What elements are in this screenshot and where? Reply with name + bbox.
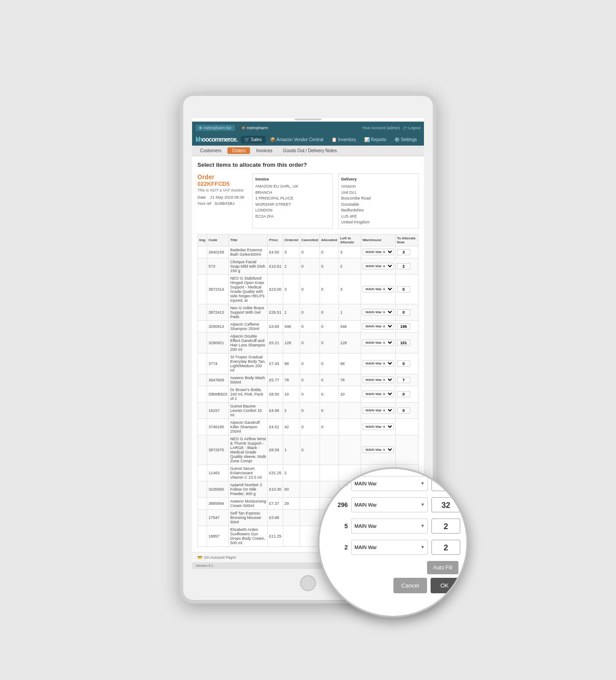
cancel-button[interactable]: Cancel xyxy=(393,578,427,593)
mag-alloc-input-3[interactable]: 2 xyxy=(431,519,460,534)
sub-nav-goods-out[interactable]: Goods Out / Delivery Notes xyxy=(279,147,342,154)
col-title: Title xyxy=(229,234,268,246)
warehouse-select-10[interactable]: MAIN War ∨ xyxy=(362,423,394,430)
cell-code-2: 3872314 xyxy=(207,274,229,304)
warehouse-select-8[interactable]: MAIN War ∨ xyxy=(362,391,394,397)
sub-nav-orders[interactable]: Orders xyxy=(227,147,250,154)
table-header-row: Img Code Title Price Ordered Cancelled A… xyxy=(198,234,419,246)
mag-qty-2: 296 xyxy=(326,501,348,508)
allocate-input-7[interactable] xyxy=(397,377,410,383)
cell-title-3: Neo G Ankle Brace Support With Gel Pads xyxy=(229,304,268,320)
cell-title-8: Dr Brown's Bottle, 240 ml, Pink, Pack of… xyxy=(229,386,268,402)
warehouse-select-4[interactable]: MAIN War ∨ xyxy=(362,323,394,330)
warehouse-select-3[interactable]: MAIN War ∨ xyxy=(362,309,394,315)
col-price: Price xyxy=(268,234,283,246)
allocate-input-9[interactable] xyxy=(397,407,410,414)
cell-allocated-11 xyxy=(320,435,339,465)
cell-cancelled-14 xyxy=(300,497,320,509)
allocate-input-0[interactable] xyxy=(397,249,410,255)
mag-alloc-input-2[interactable]: 32 xyxy=(431,497,460,512)
nav-inventory[interactable]: 📋 Inventory xyxy=(328,136,360,143)
cell-code-6: 3774 xyxy=(207,353,229,374)
dialog-buttons: Cancel OK xyxy=(326,578,460,593)
warehouse-select-2[interactable]: MAIN War ∨ xyxy=(362,286,394,292)
cell-title-12: Guinot Serum Eclaircissant Vitamin C 23.… xyxy=(229,465,268,481)
allocate-input-3[interactable] xyxy=(397,309,410,315)
order-label: Order xyxy=(197,173,214,181)
amazon-icon: 📦 xyxy=(270,137,275,142)
warehouse-select-5[interactable]: MAIN War ∨ xyxy=(362,339,394,346)
col-ordered: Ordered xyxy=(283,234,300,246)
allocate-input-6[interactable] xyxy=(397,361,410,367)
cell-title-15: Self Tan Express Bronzing Mousse 50ml xyxy=(229,509,268,526)
table-row: 3872413 Neo G Ankle Brace Support With G… xyxy=(198,304,419,320)
cell-ordered-9: 2 xyxy=(283,402,300,419)
delivery-label: Delivery xyxy=(341,177,416,183)
mag-warehouse-select-3[interactable]: MAIN War ▼ xyxy=(351,519,428,534)
cell-img-7 xyxy=(198,374,207,386)
warehouse-select-11[interactable]: MAIN War ∨ xyxy=(362,446,394,453)
allocate-input-5[interactable] xyxy=(397,340,410,346)
cell-cancelled-9: 0 xyxy=(300,402,320,419)
tab2-label: metropharm xyxy=(246,126,268,130)
warehouse-select-1[interactable]: MAIN War ∨ xyxy=(362,263,394,269)
mag-alloc-input-4[interactable]: 2 xyxy=(431,540,460,555)
warehouse-select-6[interactable]: MAIN War ∨ xyxy=(362,360,394,367)
cell-code-9: 16157 xyxy=(207,402,229,419)
table-row: 3746195 Alpecin Dandruff Killer Shampoo … xyxy=(198,419,419,435)
cell-allocated-3: 0 xyxy=(320,304,339,320)
nav-amazon[interactable]: 📦 Amazon Vendor Central xyxy=(266,136,327,143)
cell-title-11: NEO G Airflow Wrist & Thumb Support - LA… xyxy=(229,435,268,465)
logout-link[interactable]: (+ Logout xyxy=(404,126,420,130)
cell-left-7: 78 xyxy=(339,374,361,386)
cell-price-7: £5.77 xyxy=(268,374,283,386)
cell-title-6: St Tropez Gradual Everyday Body Tan, Lig… xyxy=(229,353,268,374)
allocate-input-4[interactable] xyxy=(397,323,410,330)
nav-settings[interactable]: ⚙️ Settings xyxy=(391,136,420,143)
cell-img-15 xyxy=(198,509,207,526)
cell-warehouse-6: MAIN War ∨ xyxy=(361,353,396,374)
cell-img-1 xyxy=(198,258,207,274)
warehouse-select-7[interactable]: MAIN War ∨ xyxy=(362,376,394,383)
cell-left-2: 3 xyxy=(339,274,361,304)
sub-nav-customers[interactable]: Customers xyxy=(196,147,226,154)
cell-code-7: 3647609 xyxy=(207,374,229,386)
payment-icon: 💳 xyxy=(197,555,202,560)
cell-allocated-12 xyxy=(320,465,339,481)
sub-nav-invoices[interactable]: Invoices xyxy=(252,147,277,154)
cell-allocated-5: 0 xyxy=(320,332,339,353)
cell-allocate-6 xyxy=(396,353,419,374)
nav-reports[interactable]: 📊 Reports xyxy=(361,136,390,143)
ok-button[interactable]: OK xyxy=(431,578,458,593)
cell-price-16: £11.25 xyxy=(268,526,283,546)
allocate-input-8[interactable] xyxy=(397,391,410,397)
cell-title-10: Alpecin Dandruff Killer Shampoo 250ml xyxy=(229,419,268,435)
allocate-input-1[interactable] xyxy=(397,263,410,269)
mag-warehouse-select-4[interactable]: MAIN War ▼ xyxy=(351,540,428,555)
cell-title-7: Aveeno Body Wash 500ml xyxy=(229,374,268,386)
cell-allocated-7: 0 xyxy=(320,374,339,386)
cell-code-3: 3872413 xyxy=(207,304,229,320)
mag-warehouse-select-1[interactable]: MAIN War ▼ xyxy=(351,476,428,491)
allocate-input-2[interactable] xyxy=(397,286,410,292)
chevron-down-icon-4: ▼ xyxy=(420,545,425,549)
main-menu-bar: khoocommerce. 🛒 Sales 📦 Amazon Vendor Ce… xyxy=(192,134,424,146)
cell-cancelled-3: 0 xyxy=(300,304,320,320)
cell-price-15: £3.68 xyxy=(268,509,283,526)
browser-tab-1[interactable]: metropharm-biz xyxy=(196,125,235,131)
browser-tab-2[interactable]: metropharm xyxy=(239,125,272,131)
warehouse-select-9[interactable]: MAIN War ∨ xyxy=(362,407,394,414)
nav-sales[interactable]: 🛒 Sales xyxy=(241,136,266,143)
warehouse-select-0[interactable]: MAIN War ∨ xyxy=(362,249,394,255)
cell-ordered-12: 2 xyxy=(283,465,300,481)
home-button[interactable] xyxy=(300,575,316,591)
cell-cancelled-0: 0 xyxy=(300,246,320,258)
auto-fill-button[interactable]: Auto Fill xyxy=(427,561,458,574)
mag-warehouse-select-2[interactable]: MAIN War ▼ xyxy=(351,497,428,512)
nav-reports-label: Reports xyxy=(371,137,386,142)
account-link[interactable]: Your Account (admin) xyxy=(362,126,400,130)
mag-alloc-input-1[interactable]: 60 xyxy=(431,476,460,491)
cell-ordered-3: 1 xyxy=(283,304,300,320)
magnify-overlay: 60 MAIN War ▼ 60 296 MAIN War ▼ 32 xyxy=(318,467,468,618)
cell-price-12: £31.25 xyxy=(268,465,283,481)
